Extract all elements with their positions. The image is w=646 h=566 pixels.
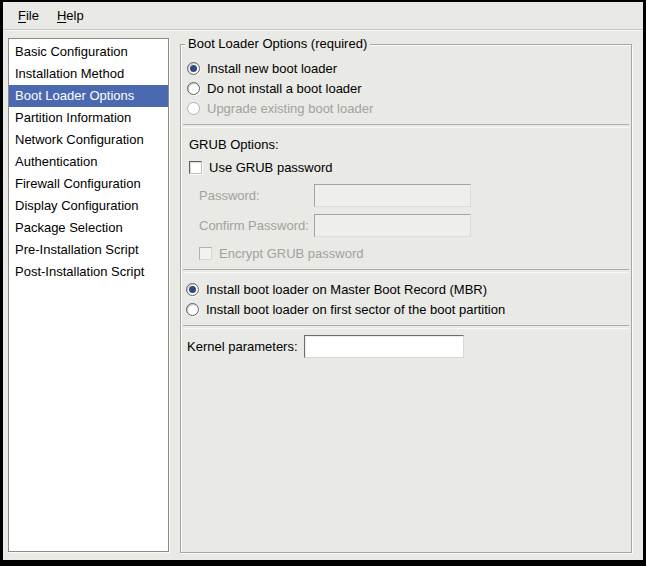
password-field-row: Password: xyxy=(199,184,631,207)
install-on-mbr-label: Install boot loader on Master Boot Recor… xyxy=(206,282,487,297)
checkbox-row-use-grub-password[interactable]: Use GRUB password xyxy=(189,157,631,177)
use-grub-password-checkbox[interactable] xyxy=(189,161,202,174)
grub-options-heading: GRUB Options: xyxy=(189,137,279,152)
kernel-parameters-row: Kernel parameters: xyxy=(187,335,631,358)
encrypt-grub-password-label: Encrypt GRUB password xyxy=(219,246,364,261)
sidebar-item-firewall-configuration[interactable]: Firewall Configuration xyxy=(9,173,168,195)
file-menu-mnemonic: F xyxy=(18,8,26,23)
frame-title: Boot Loader Options (required) xyxy=(185,36,370,52)
install-new-boot-loader-label: Install new boot loader xyxy=(207,61,337,76)
confirm-password-input xyxy=(314,214,471,237)
sidebar-item-basic-configuration[interactable]: Basic Configuration xyxy=(9,41,168,63)
confirm-password-field-row: Confirm Password: xyxy=(199,214,631,237)
use-grub-password-label: Use GRUB password xyxy=(209,160,333,175)
radio-row-install-on-mbr[interactable]: Install boot loader on Master Boot Recor… xyxy=(186,279,631,299)
boot-loader-options-frame: Boot Loader Options (required) Install n… xyxy=(180,44,632,553)
kernel-parameters-label: Kernel parameters: xyxy=(187,339,304,354)
sidebar-item-partition-information[interactable]: Partition Information xyxy=(9,107,168,129)
help-menu-mnemonic: H xyxy=(57,8,66,23)
menu-item-file[interactable]: File xyxy=(9,5,48,26)
password-label: Password: xyxy=(199,188,314,203)
kernel-parameters-input[interactable] xyxy=(304,335,464,358)
sidebar-item-display-configuration[interactable]: Display Configuration xyxy=(9,195,168,217)
separator xyxy=(183,325,629,329)
separator xyxy=(183,124,629,128)
menu-item-help[interactable]: Help xyxy=(48,5,93,26)
kickstart-configurator-window: File Help Basic Configuration Installati… xyxy=(3,2,643,560)
radio-row-do-not-install[interactable]: Do not install a boot loader xyxy=(187,78,631,98)
separator xyxy=(183,269,629,273)
upgrade-existing-label: Upgrade existing boot loader xyxy=(207,101,373,116)
sidebar-item-package-selection[interactable]: Package Selection xyxy=(9,217,168,239)
radio-row-install-new-boot-loader[interactable]: Install new boot loader xyxy=(187,58,631,78)
upgrade-existing-radio xyxy=(187,102,200,115)
sidebar-item-installation-method[interactable]: Installation Method xyxy=(9,63,168,85)
install-new-boot-loader-radio[interactable] xyxy=(187,62,200,75)
sidebar-item-boot-loader-options[interactable]: Boot Loader Options xyxy=(9,85,168,107)
install-on-first-sector-radio[interactable] xyxy=(186,303,199,316)
help-menu-label-rest: elp xyxy=(66,8,83,23)
checkbox-row-encrypt-grub-password: Encrypt GRUB password xyxy=(199,243,631,263)
encrypt-grub-password-checkbox xyxy=(199,247,212,260)
install-on-mbr-radio[interactable] xyxy=(186,283,199,296)
do-not-install-label: Do not install a boot loader xyxy=(207,81,362,96)
sidebar-item-authentication[interactable]: Authentication xyxy=(9,151,168,173)
file-menu-label-rest: ile xyxy=(26,8,39,23)
install-on-first-sector-label: Install boot loader on first sector of t… xyxy=(206,302,505,317)
password-input xyxy=(314,184,471,207)
application-window: { "menu_bar": { "items": [ { "mnemonic":… xyxy=(0,0,646,566)
do-not-install-radio[interactable] xyxy=(187,82,200,95)
sidebar-item-post-installation-script[interactable]: Post-Installation Script xyxy=(9,261,168,283)
sidebar-item-network-configuration[interactable]: Network Configuration xyxy=(9,129,168,151)
radio-row-install-on-first-sector[interactable]: Install boot loader on first sector of t… xyxy=(186,299,631,319)
menu-bar: File Help xyxy=(3,2,643,30)
radio-row-upgrade-existing: Upgrade existing boot loader xyxy=(187,98,631,118)
sidebar-item-pre-installation-script[interactable]: Pre-Installation Script xyxy=(9,239,168,261)
category-list: Basic Configuration Installation Method … xyxy=(8,38,169,552)
confirm-password-label: Confirm Password: xyxy=(199,218,314,233)
